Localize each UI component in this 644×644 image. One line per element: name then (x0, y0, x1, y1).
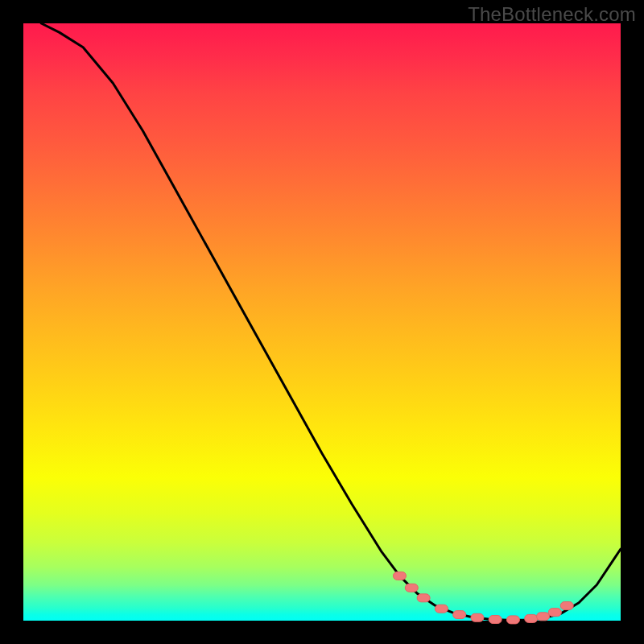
highlight-marker (471, 613, 484, 621)
highlight-marker (537, 613, 550, 621)
highlight-marker (417, 594, 430, 602)
highlight-marker (405, 584, 418, 592)
highlight-marker (489, 616, 502, 624)
chart-frame: TheBottleneck.com (0, 0, 644, 644)
bottleneck-curve (41, 23, 621, 620)
highlight-marker (393, 572, 406, 580)
highlight-marker (453, 611, 466, 619)
highlight-marker (560, 601, 573, 609)
highlight-marker (548, 609, 561, 617)
highlight-markers (393, 572, 573, 624)
highlight-marker (525, 614, 538, 622)
highlight-marker (435, 605, 448, 613)
highlight-marker (506, 616, 519, 624)
watermark-text: TheBottleneck.com (468, 3, 636, 26)
plot-area (23, 23, 621, 621)
curve-layer (23, 23, 621, 621)
